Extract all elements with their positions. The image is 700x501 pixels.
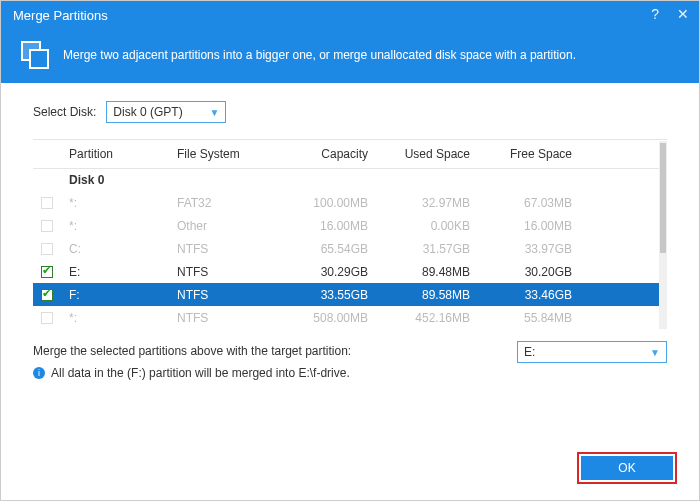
col-partition[interactable]: Partition xyxy=(61,140,169,168)
dialog-header: Merge Partitions ? ✕ Merge two adjacent … xyxy=(1,1,699,83)
ok-button[interactable]: OK xyxy=(581,456,673,480)
cell-used: 31.57GB xyxy=(376,237,478,260)
target-partition-value: E: xyxy=(524,345,535,359)
col-used[interactable]: Used Space xyxy=(376,140,478,168)
cell-filesystem: NTFS xyxy=(169,260,274,283)
group-row: Disk 0 xyxy=(33,168,667,191)
cell-filesystem: FAT32 xyxy=(169,191,274,214)
table-row[interactable]: C:NTFS65.54GB31.57GB33.97GB xyxy=(33,237,667,260)
chevron-down-icon: ▼ xyxy=(650,347,660,358)
cell-partition: E: xyxy=(61,260,169,283)
cell-free: 67.03MB xyxy=(478,191,580,214)
table-row[interactable]: *:FAT32100.00MB32.97MB67.03MB xyxy=(33,191,667,214)
cell-partition: C: xyxy=(61,237,169,260)
cell-free: 33.46GB xyxy=(478,283,580,306)
cell-used: 32.97MB xyxy=(376,191,478,214)
cell-filesystem: NTFS xyxy=(169,237,274,260)
cell-used: 89.58MB xyxy=(376,283,478,306)
row-checkbox[interactable] xyxy=(41,197,53,209)
grid-header-row: Partition File System Capacity Used Spac… xyxy=(33,140,667,168)
cell-capacity: 100.00MB xyxy=(274,191,376,214)
help-icon[interactable]: ? xyxy=(651,7,659,21)
cell-filesystem: NTFS xyxy=(169,306,274,329)
table-row[interactable]: E:NTFS30.29GB89.48MB30.20GB xyxy=(33,260,667,283)
table-row[interactable]: *:Other16.00MB0.00KB16.00MB xyxy=(33,214,667,237)
disk-select[interactable]: Disk 0 (GPT) ▼ xyxy=(106,101,226,123)
scrollbar[interactable] xyxy=(659,141,667,329)
info-icon: i xyxy=(33,367,45,379)
disk-select-value: Disk 0 (GPT) xyxy=(113,105,182,119)
cell-free: 33.97GB xyxy=(478,237,580,260)
cell-free: 55.84MB xyxy=(478,306,580,329)
row-checkbox[interactable] xyxy=(41,243,53,255)
merge-detail: All data in the (F:) partition will be m… xyxy=(51,363,350,385)
close-icon[interactable]: ✕ xyxy=(677,7,689,21)
row-checkbox[interactable] xyxy=(41,220,53,232)
cell-partition: *: xyxy=(61,191,169,214)
merge-instruction: Merge the selected partitions above with… xyxy=(33,341,351,363)
cell-partition: *: xyxy=(61,306,169,329)
dialog-title: Merge Partitions xyxy=(13,8,687,23)
cell-filesystem: NTFS xyxy=(169,283,274,306)
col-filesystem[interactable]: File System xyxy=(169,140,274,168)
banner-text: Merge two adjacent partitions into a big… xyxy=(63,48,576,62)
row-checkbox[interactable] xyxy=(41,312,53,324)
cell-capacity: 65.54GB xyxy=(274,237,376,260)
cell-filesystem: Other xyxy=(169,214,274,237)
select-disk-label: Select Disk: xyxy=(33,105,96,119)
col-capacity[interactable]: Capacity xyxy=(274,140,376,168)
row-checkbox[interactable] xyxy=(41,289,53,301)
table-row[interactable]: F:NTFS33.55GB89.58MB33.46GB xyxy=(33,283,667,306)
cell-used: 0.00KB xyxy=(376,214,478,237)
row-checkbox[interactable] xyxy=(41,266,53,278)
cell-partition: *: xyxy=(61,214,169,237)
partition-grid: Partition File System Capacity Used Spac… xyxy=(33,139,667,329)
cell-capacity: 33.55GB xyxy=(274,283,376,306)
cell-used: 89.48MB xyxy=(376,260,478,283)
ok-button-highlight: OK xyxy=(577,452,677,484)
cell-free: 16.00MB xyxy=(478,214,580,237)
cell-used: 452.16MB xyxy=(376,306,478,329)
chevron-down-icon: ▼ xyxy=(209,107,219,118)
cell-free: 30.20GB xyxy=(478,260,580,283)
cell-partition: F: xyxy=(61,283,169,306)
merge-icon xyxy=(21,41,49,69)
cell-capacity: 30.29GB xyxy=(274,260,376,283)
table-row[interactable]: *:NTFS508.00MB452.16MB55.84MB xyxy=(33,306,667,329)
target-partition-select[interactable]: E: ▼ xyxy=(517,341,667,363)
col-free[interactable]: Free Space xyxy=(478,140,580,168)
cell-capacity: 16.00MB xyxy=(274,214,376,237)
cell-capacity: 508.00MB xyxy=(274,306,376,329)
